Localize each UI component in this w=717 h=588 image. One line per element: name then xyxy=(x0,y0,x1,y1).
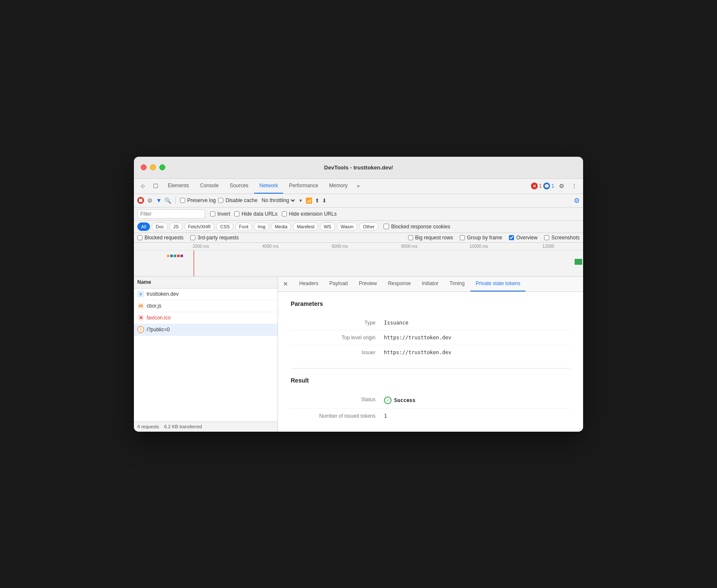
network-settings-button[interactable]: ⚙ xyxy=(574,197,580,205)
img-icon: i xyxy=(137,326,144,333)
filter-fetch-xhr[interactable]: Fetch/XHR xyxy=(184,222,215,231)
tab-response[interactable]: Response xyxy=(383,276,416,291)
more-options-button[interactable]: ⋮ xyxy=(569,180,580,191)
hide-data-urls-text: Hide data URLs xyxy=(242,211,278,217)
request-name-error: favicon.ico xyxy=(147,315,171,321)
filter-doc[interactable]: Doc xyxy=(152,222,168,231)
settings-button[interactable]: ⚙ xyxy=(556,180,567,191)
table-row[interactable]: JS cbor.js xyxy=(134,300,278,312)
maximize-button[interactable] xyxy=(159,164,165,170)
dot-green xyxy=(174,255,176,257)
error-circle: ✕ xyxy=(531,183,538,189)
filter-input[interactable] xyxy=(137,209,205,219)
inspect-element-button[interactable]: ⊹ xyxy=(137,180,148,191)
result-table: Status ✓ Success Number of issued tokens… xyxy=(291,392,570,423)
filter-ws[interactable]: WS xyxy=(320,222,335,231)
filter-js[interactable]: JS xyxy=(170,222,183,231)
third-party-checkbox[interactable] xyxy=(190,235,195,240)
clear-button[interactable]: ⊘ xyxy=(147,197,153,204)
screenshots-label[interactable]: Screenshots xyxy=(544,235,580,241)
tab-initiator[interactable]: Initiator xyxy=(417,276,443,291)
big-request-rows-label[interactable]: Big request rows xyxy=(408,235,453,241)
big-request-rows-text: Big request rows xyxy=(415,235,453,241)
invert-checkbox[interactable] xyxy=(210,211,215,216)
filter-manifest[interactable]: Manifest xyxy=(293,222,318,231)
filter-all[interactable]: All xyxy=(137,222,150,231)
group-by-frame-label[interactable]: Group by frame xyxy=(460,235,502,241)
filter-font[interactable]: Font xyxy=(235,222,252,231)
top-right-icons: ✕ 1 💬 1 ⚙ ⋮ xyxy=(531,180,580,191)
blocked-requests-label[interactable]: Blocked requests xyxy=(137,235,183,241)
status-value: ✓ Success xyxy=(384,397,416,404)
third-party-label[interactable]: 3rd-party requests xyxy=(190,235,239,241)
preserve-log-text: Preserve log xyxy=(187,197,216,203)
devtools-window: DevTools - trusttoken.dev/ ⊹ ☐ Elements … xyxy=(134,157,583,432)
disable-cache-label[interactable]: Disable cache xyxy=(218,197,257,203)
invert-label[interactable]: Invert xyxy=(210,211,230,217)
tab-private-state-tokens[interactable]: Private state tokens xyxy=(470,276,525,291)
tab-console[interactable]: Console xyxy=(195,178,224,194)
error-badge[interactable]: ✕ 1 xyxy=(531,183,542,189)
dot-purple xyxy=(181,255,183,257)
blocked-cookies-label[interactable]: Blocked response cookies xyxy=(384,224,450,230)
table-row[interactable]: i i?public=0 xyxy=(134,324,278,336)
hide-extension-urls-label[interactable]: Hide extension URLs xyxy=(282,211,337,217)
preserve-log-label[interactable]: Preserve log xyxy=(180,197,216,203)
param-row-tokens: Number of issued tokens 1 xyxy=(291,409,570,423)
group-by-frame-text: Group by frame xyxy=(467,235,502,241)
big-request-rows-checkbox[interactable] xyxy=(408,235,413,240)
filter-media[interactable]: Media xyxy=(271,222,291,231)
hide-extension-urls-checkbox[interactable] xyxy=(282,211,287,216)
info-badge[interactable]: 💬 1 xyxy=(543,183,554,189)
tab-timing[interactable]: Timing xyxy=(445,276,470,291)
download-button[interactable]: ⬇ xyxy=(322,197,327,204)
timeline-label-3: 8000 ms xyxy=(375,244,444,249)
tab-elements[interactable]: Elements xyxy=(163,178,194,194)
blocked-requests-checkbox[interactable] xyxy=(137,235,142,240)
timeline-label-0: 2000 ms xyxy=(166,244,236,249)
filter-wasm[interactable]: Wasm xyxy=(337,222,358,231)
stop-recording-button[interactable] xyxy=(137,197,144,204)
doc-icon: ≡ xyxy=(137,291,144,297)
issuer-value: https://trusttoken.dev xyxy=(384,349,451,355)
group-by-frame-checkbox[interactable] xyxy=(460,235,465,240)
disable-cache-checkbox[interactable] xyxy=(218,198,223,203)
tab-preview[interactable]: Preview xyxy=(354,276,382,291)
filter-img[interactable]: Img xyxy=(254,222,269,231)
transferred-size: 6.2 KB transferred xyxy=(164,424,202,429)
tab-headers[interactable]: Headers xyxy=(294,276,323,291)
param-row-type: Type Issuance xyxy=(291,316,570,330)
table-row[interactable]: ≡ trusttoken.dev xyxy=(134,288,278,300)
traffic-lights xyxy=(141,164,165,170)
minimize-button[interactable] xyxy=(150,164,156,170)
screenshots-text: Screenshots xyxy=(551,235,580,241)
screenshots-checkbox[interactable] xyxy=(544,235,549,240)
search-button[interactable]: 🔍 xyxy=(164,197,171,204)
filter-other[interactable]: Other xyxy=(359,222,378,231)
hide-data-urls-checkbox[interactable] xyxy=(234,211,239,216)
tab-network[interactable]: Network xyxy=(254,178,283,194)
throttle-select[interactable]: No throttling Fast 3G Slow 3G xyxy=(260,197,296,204)
table-row[interactable]: ✕ favicon.ico xyxy=(134,312,278,324)
top-level-origin-label: Top level origin xyxy=(291,335,384,341)
close-detail-button[interactable]: ✕ xyxy=(281,280,290,288)
upload-button[interactable]: ⬆ xyxy=(315,197,320,204)
device-mode-button[interactable]: ☐ xyxy=(150,180,161,191)
more-tabs-button[interactable]: » xyxy=(353,183,363,189)
status-label: Status xyxy=(291,397,384,404)
tab-performance[interactable]: Performance xyxy=(284,178,323,194)
disable-cache-text: Disable cache xyxy=(225,197,257,203)
tab-payload[interactable]: Payload xyxy=(324,276,353,291)
filter-css[interactable]: CSS xyxy=(216,222,233,231)
close-button[interactable] xyxy=(141,164,147,170)
tab-sources[interactable]: Sources xyxy=(225,178,253,194)
timeline-red-line xyxy=(194,250,194,277)
request-name: cbor.js xyxy=(147,303,161,309)
preserve-log-checkbox[interactable] xyxy=(180,198,185,203)
hide-data-urls-label[interactable]: Hide data URLs xyxy=(234,211,278,217)
overview-checkbox[interactable] xyxy=(509,235,514,240)
blocked-cookies-checkbox[interactable] xyxy=(384,224,389,229)
tab-memory[interactable]: Memory xyxy=(324,178,353,194)
type-value: Issuance xyxy=(384,320,409,326)
overview-label[interactable]: Overview xyxy=(509,235,537,241)
